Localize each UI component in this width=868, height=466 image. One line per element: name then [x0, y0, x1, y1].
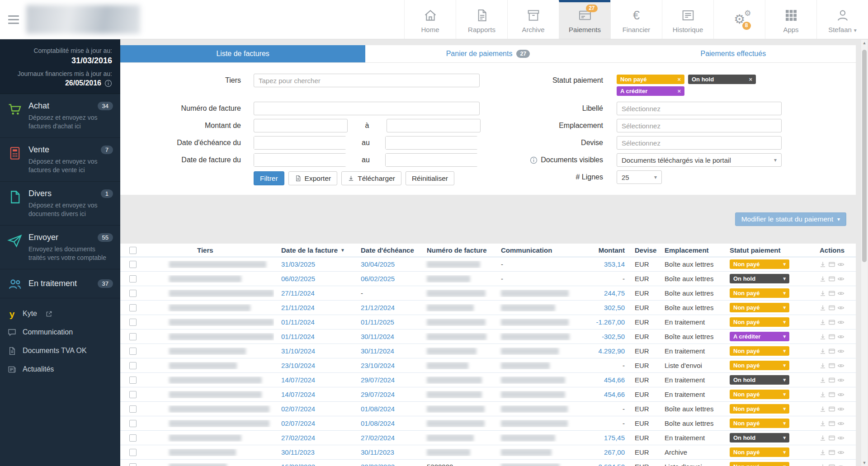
modify-payment-status-button[interactable]: Modifier le statut du paiement ▾ — [735, 212, 846, 226]
cell-amount[interactable]: 175,45 — [590, 434, 631, 442]
cell-amount[interactable]: 454,66 — [590, 391, 631, 398]
cell-invoice-date[interactable]: 30/11/2023 — [274, 448, 353, 456]
invoice-date-to-input[interactable] — [385, 153, 478, 167]
sidebar-link-actualités[interactable]: Actualités — [0, 360, 120, 379]
due-date-from-field[interactable] — [254, 137, 351, 149]
amount-to-input[interactable] — [387, 119, 481, 132]
cell-amount[interactable]: 353,14 — [590, 260, 631, 268]
cell-due-date[interactable]: 01/08/2024 — [353, 419, 421, 427]
scroll-down-arrow[interactable]: ▼ — [861, 460, 868, 466]
sidebar-item-vente[interactable]: Vente7Déposez et envoyez vos factures de… — [0, 138, 120, 182]
cell-invoice-date[interactable]: 14/07/2024 — [274, 391, 353, 398]
libelle-input[interactable] — [617, 102, 782, 115]
download-icon[interactable] — [819, 333, 826, 340]
download-icon[interactable] — [819, 405, 826, 413]
download-icon[interactable] — [819, 420, 826, 427]
cell-amount[interactable]: 4.292,90 — [590, 347, 631, 355]
download-icon[interactable] — [819, 362, 826, 369]
card-icon[interactable] — [828, 405, 835, 413]
payment-status-dropdown[interactable]: On hold▾ — [730, 375, 789, 385]
remove-tag-icon[interactable]: × — [677, 76, 681, 83]
cell-amount[interactable]: 2.684,50 — [590, 463, 631, 466]
card-icon[interactable] — [828, 377, 835, 384]
cell-invoice-date[interactable]: 16/08/2023 — [274, 463, 353, 466]
row-checkbox[interactable] — [129, 377, 137, 384]
row-checkbox[interactable] — [129, 420, 137, 427]
payment-status-dropdown[interactable]: Non payé▾ — [730, 317, 789, 327]
topnav-item-paiements[interactable]: 27Paiements — [559, 0, 610, 39]
download-icon[interactable] — [819, 304, 826, 311]
header-cell-communication[interactable]: Communication — [493, 246, 590, 254]
card-icon[interactable] — [828, 391, 835, 398]
cell-due-date[interactable]: 01/08/2024 — [353, 405, 421, 413]
card-icon[interactable] — [828, 319, 835, 326]
eye-icon[interactable] — [837, 319, 844, 326]
header-cell-montant[interactable]: Montant — [590, 246, 631, 254]
invoice-date-from-input[interactable] — [254, 153, 346, 167]
hamburger-menu-icon[interactable] — [0, 0, 24, 39]
topnav-item-archive[interactable]: Archive — [507, 0, 559, 39]
card-icon[interactable] — [828, 434, 835, 442]
card-icon[interactable] — [828, 420, 835, 427]
card-icon[interactable] — [828, 348, 835, 355]
remove-tag-icon[interactable]: × — [749, 76, 752, 83]
row-checkbox[interactable] — [129, 333, 137, 340]
cell-due-date[interactable]: 30/11/2023 — [353, 448, 421, 456]
eye-icon[interactable] — [837, 261, 844, 268]
payment-status-dropdown[interactable]: Non payé▾ — [730, 447, 789, 457]
due-date-to-input[interactable] — [385, 136, 478, 150]
emplacement-input[interactable] — [617, 119, 782, 132]
eye-icon[interactable] — [837, 434, 844, 442]
download-icon[interactable] — [819, 261, 826, 268]
card-icon[interactable] — [828, 463, 835, 466]
vertical-scrollbar[interactable]: ▲ ▼ — [861, 40, 868, 466]
cell-invoice-date[interactable]: 27/11/2024 — [274, 289, 353, 297]
cell-due-date[interactable]: 21/12/2024 — [353, 304, 421, 311]
cell-invoice-date[interactable]: 02/07/2024 — [274, 405, 353, 413]
eye-icon[interactable] — [837, 304, 844, 311]
payment-status-dropdown[interactable]: Non payé▾ — [730, 419, 789, 428]
card-icon[interactable] — [828, 362, 835, 369]
info-icon[interactable] — [104, 80, 112, 87]
payment-status-dropdown[interactable]: On hold▾ — [730, 274, 789, 283]
cell-invoice-date[interactable]: 31/10/2024 — [274, 347, 353, 355]
export-button[interactable]: Exporter — [288, 171, 338, 185]
payment-status-dropdown[interactable]: On hold▾ — [730, 433, 789, 442]
cell-amount[interactable]: -1.267,00 — [590, 318, 631, 326]
cell-due-date[interactable]: 30/11/2024 — [353, 347, 421, 355]
cell-amount[interactable]: 267,00 — [590, 448, 631, 456]
amount-from-input[interactable] — [254, 119, 348, 132]
payment-status-dropdown[interactable]: Non payé▾ — [730, 259, 789, 269]
payment-status-dropdown[interactable]: A créditer▾ — [730, 332, 789, 341]
eye-icon[interactable] — [837, 463, 844, 466]
tab-paiements-effectués[interactable]: Paiements effectués — [611, 45, 856, 62]
row-checkbox[interactable] — [129, 449, 137, 456]
header-cell-statut-paiement[interactable]: Statut paiement — [726, 246, 798, 254]
cell-invoice-date[interactable]: 27/02/2024 — [274, 434, 353, 442]
cell-due-date[interactable]: 27/02/2024 — [353, 434, 421, 442]
scrollbar-thumb[interactable] — [862, 50, 867, 262]
download-icon[interactable] — [819, 275, 826, 282]
payment-status-dropdown[interactable]: Non payé▾ — [730, 361, 789, 370]
eye-icon[interactable] — [837, 377, 844, 384]
eye-icon[interactable] — [837, 391, 844, 398]
tab-liste-de-factures[interactable]: Liste de factures — [120, 45, 365, 62]
card-icon[interactable] — [828, 304, 835, 311]
invoice-number-input[interactable] — [254, 102, 480, 115]
download-icon[interactable] — [819, 377, 826, 384]
payment-status-dropdown[interactable]: Non payé▾ — [730, 303, 789, 312]
header-cell-num-ro-de-facture[interactable]: Numéro de facture — [421, 246, 493, 254]
row-checkbox[interactable] — [129, 362, 137, 369]
cell-due-date[interactable]: 23/10/2024 — [353, 362, 421, 369]
cell-invoice-date[interactable]: 21/11/2024 — [274, 304, 353, 311]
reset-button[interactable]: Réinitialiser — [406, 171, 454, 185]
download-icon[interactable] — [819, 290, 826, 297]
select-all-checkbox[interactable] — [129, 247, 137, 254]
card-icon[interactable] — [828, 333, 835, 340]
filter-button[interactable]: Filtrer — [254, 171, 284, 185]
remove-tag-icon[interactable]: × — [677, 88, 681, 94]
cell-amount[interactable]: 244,75 — [590, 289, 631, 297]
sidebar-item-divers[interactable]: Divers1Déposez et envoyez vos documents … — [0, 182, 120, 226]
row-checkbox[interactable] — [129, 348, 137, 355]
cell-invoice-date[interactable]: 23/10/2024 — [274, 362, 353, 369]
